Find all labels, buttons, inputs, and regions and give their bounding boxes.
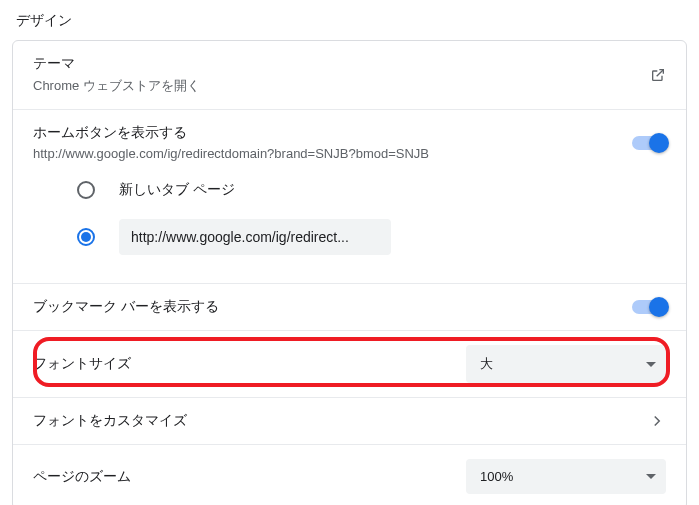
bookmark-bar-row: ブックマーク バーを表示する (13, 284, 686, 331)
page-zoom-row: ページのズーム 100% (13, 445, 686, 505)
home-button-url: http://www.google.com/ig/redirectdomain?… (33, 146, 616, 161)
radio-circle-unchecked-icon (77, 181, 95, 199)
font-size-label: フォントサイズ (33, 355, 466, 373)
custom-url-input[interactable]: http://www.google.com/ig/redirect... (119, 219, 391, 255)
home-button-title: ホームボタンを表示する (33, 124, 616, 142)
home-button-toggle[interactable] (632, 136, 666, 150)
font-size-row: フォントサイズ 大 (13, 331, 686, 398)
radio-custom-url[interactable]: http://www.google.com/ig/redirect... (33, 209, 666, 265)
chevron-right-icon (648, 412, 666, 430)
page-zoom-label: ページのズーム (33, 468, 466, 486)
radio-new-tab-label: 新しいタブ ページ (119, 181, 235, 199)
home-button-radio-group: 新しいタブ ページ http://www.google.com/ig/redir… (13, 167, 686, 284)
theme-row[interactable]: テーマ Chrome ウェブストアを開く (13, 41, 686, 110)
font-size-select[interactable]: 大 (466, 345, 666, 383)
font-size-value: 大 (480, 355, 493, 373)
bookmark-bar-title: ブックマーク バーを表示する (33, 298, 616, 316)
theme-subtitle: Chrome ウェブストアを開く (33, 77, 650, 95)
font-customize-row[interactable]: フォントをカスタマイズ (13, 398, 686, 445)
dropdown-caret-icon (646, 362, 656, 367)
theme-title: テーマ (33, 55, 650, 73)
external-link-icon (650, 67, 666, 83)
settings-card: テーマ Chrome ウェブストアを開く ホームボタンを表示する http://… (12, 40, 687, 505)
radio-new-tab[interactable]: 新しいタブ ページ (33, 171, 666, 209)
page-zoom-value: 100% (480, 469, 513, 484)
page-title: デザイン (0, 0, 699, 40)
home-button-row: ホームボタンを表示する http://www.google.com/ig/red… (13, 110, 686, 167)
radio-circle-checked-icon (77, 228, 95, 246)
font-customize-label: フォントをカスタマイズ (33, 412, 648, 430)
bookmark-bar-toggle[interactable] (632, 300, 666, 314)
page-zoom-select[interactable]: 100% (466, 459, 666, 494)
dropdown-caret-icon (646, 474, 656, 479)
